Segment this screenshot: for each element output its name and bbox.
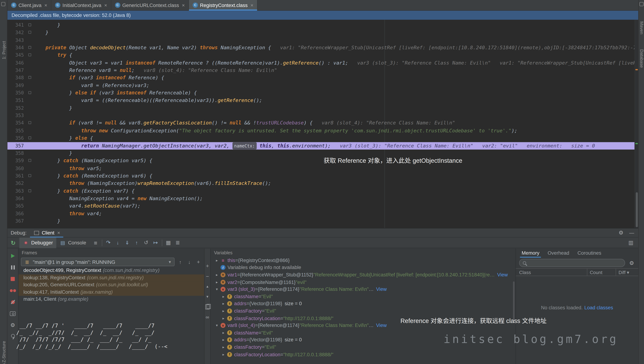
tab-close-icon[interactable]: × [104, 2, 107, 8]
structure-strip-label[interactable]: Z-Structure [1, 341, 6, 362]
tab-console[interactable]: Console [56, 237, 89, 248]
memory-search-box[interactable] [519, 259, 625, 267]
chevron-right-icon[interactable]: ▸ [220, 352, 226, 356]
run-to-cursor-icon[interactable] [152, 239, 159, 246]
chevron-right-icon[interactable]: ▸ [220, 309, 226, 313]
line-number[interactable]: 345 [7, 52, 24, 59]
line-number[interactable]: 353 [7, 112, 24, 120]
variable-row[interactable]: ▸vvar2 = {CompositeName@1161} "evil" [211, 278, 516, 286]
code-line-364[interactable]: 364 NamingException var4 = new NamingExc… [7, 195, 634, 202]
camera-icon[interactable] [10, 310, 16, 317]
line-number[interactable]: 361 [7, 172, 24, 180]
load-classes-link[interactable]: Load classes [584, 305, 613, 310]
mute-icon[interactable] [10, 299, 16, 305]
fold-marker-icon[interactable] [28, 46, 31, 49]
maven-strip-label[interactable]: Maven [640, 22, 644, 34]
code-line-354[interactable]: 354 if (var8 != null && var8.getFactoryC… [7, 120, 634, 127]
chevron-right-icon[interactable]: ▸ [214, 280, 220, 284]
close-session-icon[interactable]: × [57, 230, 60, 236]
column-header-count[interactable]: Count [587, 269, 616, 276]
code-line-343[interactable]: 343 [7, 36, 634, 44]
stack-frame[interactable]: decodeObject:499, RegistryContext(com.su… [18, 267, 204, 274]
line-number[interactable]: 358 [7, 150, 24, 157]
line-number[interactable]: 367 [7, 217, 24, 225]
line-number[interactable]: 348 [7, 74, 24, 82]
editor-tab[interactable]: CRegistryContext.class× [189, 0, 258, 10]
memory-settings-icon[interactable] [628, 260, 635, 266]
code-line-353[interactable]: 353 [7, 112, 634, 120]
code-line-357[interactable]: 357 return NamingManager.getObjectInstan… [7, 142, 634, 150]
project-toolwindow-icon[interactable] [1, 2, 6, 6]
code-line-361[interactable]: 361 } catch (RemoteException var6) { [7, 172, 634, 180]
code-line-342[interactable]: 342 } [7, 29, 634, 36]
line-number[interactable]: 352 [7, 104, 24, 112]
move-up-icon[interactable] [204, 283, 211, 290]
view-value-link[interactable]: View [497, 272, 508, 278]
breakpoints-icon[interactable] [10, 287, 16, 294]
chevron-right-icon[interactable]: ▸ [220, 316, 226, 320]
code-line-365[interactable]: 365 var4.setRootCause(var7); [7, 202, 634, 210]
editor-tab[interactable]: CClient.java× [7, 0, 52, 10]
stack-frame[interactable]: lookup:417, InitialContext(javax.naming) [18, 289, 204, 296]
chevron-right-icon[interactable]: ▸ [220, 294, 226, 298]
line-number[interactable]: 364 [7, 195, 24, 202]
infinity-icon[interactable] [204, 314, 211, 320]
fold-marker-icon[interactable] [28, 189, 31, 192]
memory-tab-coroutines[interactable]: Coroutines [573, 248, 605, 258]
resume-icon[interactable] [10, 253, 16, 259]
code-line-356[interactable]: 356 } else { [7, 134, 634, 142]
notifications-icon[interactable] [640, 2, 644, 6]
favorites-strip-label[interactable]: Favorites [1, 363, 6, 364]
editor-tab[interactable]: CInitialContext.java× [52, 0, 111, 10]
code-line-349[interactable]: 349 var8 = (Reference)var3; [7, 82, 634, 89]
step-into-icon[interactable] [114, 239, 121, 246]
code-line-346[interactable]: 346 Object var3 = var1 instanceof Remote… [7, 59, 634, 66]
column-header-diff[interactable]: Diff ▾ [616, 269, 638, 276]
variable-row[interactable]: ▸fclassFactoryLocation = "http://127.0.0… [211, 351, 516, 358]
step-out-icon[interactable] [134, 239, 140, 246]
code-line-358[interactable]: 358 } [7, 150, 634, 157]
line-number[interactable]: 366 [7, 210, 24, 217]
line-number[interactable]: 341 [7, 22, 24, 29]
fold-marker-icon[interactable] [28, 122, 31, 124]
layout-settings-icon[interactable] [628, 239, 634, 246]
code-line-366[interactable]: 366 throw var4; [7, 210, 634, 217]
editor-tab[interactable]: CGenericURLContext.class× [111, 0, 189, 10]
gear-icon[interactable] [618, 230, 624, 236]
code-line-348[interactable]: 348 if (var3 instanceof Reference) { [7, 74, 634, 82]
stack-frame[interactable]: lookup:138, RegistryContext(com.sun.jndi… [18, 274, 204, 282]
error-stripe-mark[interactable] [635, 143, 638, 144]
line-number[interactable]: 349 [7, 82, 24, 89]
code-line-345[interactable]: 345 try { [7, 52, 634, 59]
line-number[interactable]: 356 [7, 134, 24, 142]
chevron-right-icon[interactable]: ▸ [214, 273, 220, 277]
remove-icon[interactable] [204, 273, 211, 280]
line-number[interactable]: 354 [7, 120, 24, 127]
fold-marker-icon[interactable] [28, 91, 31, 94]
chevron-right-icon[interactable]: ▸ [214, 258, 220, 262]
code-line-363[interactable]: 363 } catch (Exception var7) { [7, 187, 634, 195]
thread-dropdown[interactable]: "main"@1 in group "main": RUNNING ▼ [21, 258, 174, 266]
line-number[interactable]: 359 [7, 157, 24, 164]
chevron-down-icon[interactable]: ▾ [214, 287, 220, 291]
fold-marker-icon[interactable] [28, 76, 31, 79]
chevron-right-icon[interactable]: ▸ [220, 345, 226, 349]
move-down-icon[interactable] [204, 293, 211, 300]
code-line-350[interactable]: 350 } else if (var3 instanceof Reference… [7, 89, 634, 97]
chevron-right-icon[interactable]: ▸ [220, 330, 226, 335]
add-icon[interactable] [204, 262, 211, 269]
memory-tab-overhead[interactable]: Overhead [544, 248, 573, 258]
grid-icon[interactable] [165, 239, 172, 246]
code-line-359[interactable]: 359 } catch (NamingException var5) { [7, 157, 634, 164]
chevron-right-icon[interactable]: ▸ [220, 338, 226, 342]
variable-row[interactable]: iVariables debug info not available [211, 264, 516, 271]
debug-session-tab[interactable]: Client × [30, 228, 64, 237]
pause-icon[interactable] [10, 264, 16, 271]
variable-row[interactable]: ▸vvar1 = {ReferenceWrapper_Stub@1152} "R… [211, 271, 516, 278]
line-number[interactable]: 347 [7, 66, 24, 74]
add-icon[interactable] [195, 258, 202, 265]
tab-close-icon[interactable]: × [250, 2, 253, 8]
view-value-link[interactable]: View [376, 323, 387, 328]
tab-close-icon[interactable]: × [44, 2, 47, 8]
line-number[interactable]: 365 [7, 202, 24, 210]
